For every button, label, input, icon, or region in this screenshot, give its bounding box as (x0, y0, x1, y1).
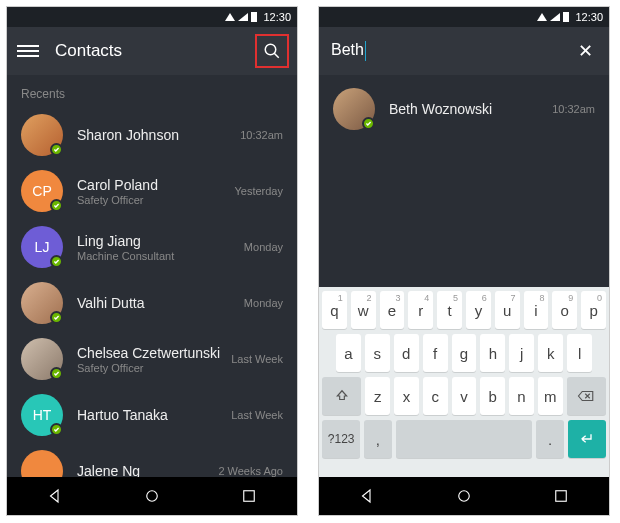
comma-key[interactable]: , (364, 420, 391, 458)
contact-subtitle: Safety Officer (77, 362, 225, 374)
avatar (21, 282, 63, 324)
phone-search: 12:30 Beth ✕ Beth Woznowski 10:32am q1w2… (318, 6, 610, 516)
svg-point-4 (459, 491, 470, 502)
key-k[interactable]: k (538, 334, 563, 372)
key-c[interactable]: c (423, 377, 448, 415)
key-d[interactable]: d (394, 334, 419, 372)
list-item[interactable]: HTHartuo TanakaLast Week (7, 387, 297, 443)
search-results[interactable]: Beth Woznowski 10:32am (319, 75, 609, 287)
key-t[interactable]: t5 (437, 291, 462, 329)
key-r[interactable]: r4 (408, 291, 433, 329)
space-key[interactable] (396, 420, 533, 458)
status-time: 12:30 (575, 11, 603, 23)
key-l[interactable]: l (567, 334, 592, 372)
close-icon[interactable]: ✕ (573, 40, 597, 62)
key-v[interactable]: v (452, 377, 477, 415)
key-n[interactable]: n (509, 377, 534, 415)
enter-key[interactable] (568, 420, 606, 458)
list-item[interactable]: Chelsea CzetwertunskiSafety OfficerLast … (7, 331, 297, 387)
list-item[interactable]: Sharon Johnson10:32am (7, 107, 297, 163)
list-item[interactable]: Jalene Ng2 Weeks Ago (7, 443, 297, 477)
list-item[interactable]: Valhi DuttaMonday (7, 275, 297, 331)
contact-time: Last Week (231, 409, 283, 421)
presence-badge (50, 143, 63, 156)
contact-name: Jalene Ng (77, 463, 212, 477)
presence-badge (50, 311, 63, 324)
avatar (21, 114, 63, 156)
key-s[interactable]: s (365, 334, 390, 372)
key-z[interactable]: z (365, 377, 390, 415)
avatar: CP (21, 170, 63, 212)
list-item[interactable]: LJLing JiangMachine ConsultantMonday (7, 219, 297, 275)
key-p[interactable]: p0 (581, 291, 606, 329)
home-button[interactable] (143, 487, 161, 505)
list-item[interactable]: Beth Woznowski 10:32am (319, 81, 609, 137)
svg-rect-3 (243, 491, 254, 502)
svg-point-2 (147, 491, 158, 502)
presence-badge (50, 367, 63, 380)
search-button[interactable] (255, 34, 289, 68)
text-cursor (365, 41, 366, 61)
shift-key[interactable] (322, 377, 361, 415)
presence-badge (362, 117, 375, 130)
contact-name: Ling Jiang (77, 233, 238, 249)
contact-time: Monday (244, 241, 283, 253)
svg-point-0 (265, 44, 276, 55)
contact-subtitle: Machine Consultant (77, 250, 238, 262)
contact-time: Last Week (231, 353, 283, 365)
android-nav-bar (7, 477, 297, 515)
search-input[interactable]: Beth (331, 41, 366, 61)
contact-time: Monday (244, 297, 283, 309)
key-e[interactable]: e3 (380, 291, 405, 329)
key-y[interactable]: y6 (466, 291, 491, 329)
key-j[interactable]: j (509, 334, 534, 372)
presence-badge (50, 423, 63, 436)
key-m[interactable]: m (538, 377, 563, 415)
key-q[interactable]: q1 (322, 291, 347, 329)
key-w[interactable]: w2 (351, 291, 376, 329)
signal-icon (537, 13, 547, 21)
key-b[interactable]: b (480, 377, 505, 415)
presence-badge (50, 255, 63, 268)
battery-icon (251, 12, 257, 22)
contact-time: Yesterday (234, 185, 283, 197)
key-o[interactable]: o9 (552, 291, 577, 329)
back-button[interactable] (358, 487, 376, 505)
search-icon (263, 42, 281, 60)
contact-subtitle: Safety Officer (77, 194, 228, 206)
key-i[interactable]: i8 (524, 291, 549, 329)
network-icon (550, 13, 560, 21)
svg-rect-5 (555, 491, 566, 502)
recent-apps-button[interactable] (240, 487, 258, 505)
contact-name: Valhi Dutta (77, 295, 238, 311)
app-bar: Contacts (7, 27, 297, 75)
home-button[interactable] (455, 487, 473, 505)
avatar (333, 88, 375, 130)
key-f[interactable]: f (423, 334, 448, 372)
contact-name: Chelsea Czetwertunski (77, 345, 225, 361)
recent-apps-button[interactable] (552, 487, 570, 505)
network-icon (238, 13, 248, 21)
contact-name: Beth Woznowski (389, 101, 546, 117)
key-u[interactable]: u7 (495, 291, 520, 329)
keyboard: q1w2e3r4t5y6u7i8o9p0 asdfghjkl zxcvbnm ?… (319, 287, 609, 477)
list-item[interactable]: CPCarol PolandSafety OfficerYesterday (7, 163, 297, 219)
phone-contacts: 12:30 Contacts Recents Sharon Johnson10:… (6, 6, 298, 516)
avatar (21, 450, 63, 477)
contact-time: 2 Weeks Ago (218, 465, 283, 477)
key-a[interactable]: a (336, 334, 361, 372)
key-x[interactable]: x (394, 377, 419, 415)
symbols-key[interactable]: ?123 (322, 420, 360, 458)
contact-list[interactable]: Recents Sharon Johnson10:32amCPCarol Pol… (7, 75, 297, 477)
presence-badge (50, 199, 63, 212)
search-bar: Beth ✕ (319, 27, 609, 75)
back-button[interactable] (46, 487, 64, 505)
page-title: Contacts (55, 41, 255, 61)
backspace-key[interactable] (567, 377, 606, 415)
key-g[interactable]: g (452, 334, 477, 372)
menu-icon[interactable] (17, 45, 39, 57)
period-key[interactable]: . (536, 420, 563, 458)
signal-icon (225, 13, 235, 21)
key-h[interactable]: h (480, 334, 505, 372)
contact-time: 10:32am (240, 129, 283, 141)
